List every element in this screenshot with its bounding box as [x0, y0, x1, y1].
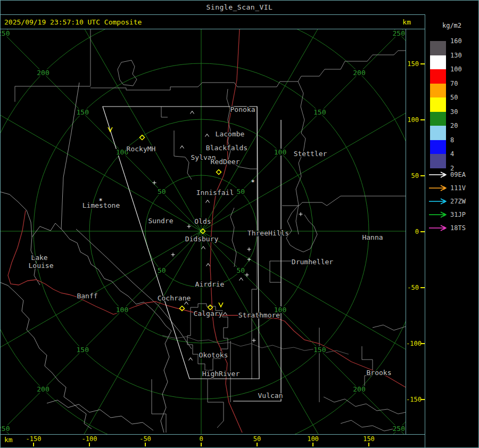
- scan-timestamp: 2025/09/19 23:57:10 UTC Composite: [4, 18, 142, 26]
- right-axis-label: 150: [406, 60, 419, 68]
- city-label-blackfalds: Blackfalds: [206, 144, 247, 152]
- right-axis: 150100500-50-100-150: [406, 29, 425, 434]
- city-label-louise: Louise: [29, 262, 54, 270]
- ring-label-50: 50: [158, 266, 166, 274]
- county-boundary: [208, 379, 224, 428]
- county-boundary: [252, 107, 257, 379]
- radial-120: [201, 231, 406, 378]
- frame-left-border: [0, 0, 1, 448]
- county-boundary: [15, 86, 90, 102]
- city-label-vulcan: Vulcan: [258, 392, 283, 400]
- check-marker: [219, 303, 223, 307]
- right-axis-label: 50: [406, 172, 419, 180]
- city-label-ponoka: Ponoka: [230, 105, 255, 113]
- city-label-sundre: Sundre: [148, 217, 174, 225]
- ring-label-200: 200: [353, 385, 365, 393]
- ring-label-100: 100: [116, 306, 128, 314]
- right-axis-tick: [420, 399, 425, 400]
- caret-marker: [185, 302, 188, 305]
- plus-marker: [153, 181, 156, 185]
- county-boundary: [286, 205, 317, 252]
- track-label: 111V: [450, 184, 466, 192]
- city-label-cochrane: Cochrane: [158, 294, 191, 302]
- window-title-bar: Single_Scan_VIL: [0, 0, 479, 14]
- axis-unit-bottom: km: [4, 436, 13, 444]
- city-label-lake: Lake: [31, 254, 47, 262]
- radar-map-svg[interactable]: 5050505010010010010015015015015020020020…: [0, 29, 406, 434]
- county-boundary: [373, 325, 406, 330]
- scale-swatch: [430, 69, 446, 84]
- caret-marker: [240, 278, 243, 281]
- ring-label-150: 150: [313, 346, 326, 354]
- radial-210: [55, 231, 201, 434]
- right-axis-tick: [420, 119, 425, 120]
- ring-label-50: 50: [236, 266, 245, 274]
- caret-marker: [202, 247, 205, 249]
- scale-value: 100: [450, 66, 462, 73]
- ring-label-200: 200: [37, 69, 49, 77]
- ring-label-100: 100: [274, 148, 286, 156]
- plus-marker: [252, 339, 256, 343]
- caret-marker: [207, 264, 210, 266]
- ring-label-200: 200: [37, 385, 49, 393]
- bottom-axis-label: 0: [199, 435, 203, 443]
- radial-330: [55, 29, 201, 231]
- city-label-banff: Banff: [77, 292, 97, 300]
- asterisk-marker: *: [98, 197, 102, 205]
- info-bar: 2025/09/19 23:57:10 UTC Composite km: [0, 15, 425, 29]
- county-boundary: [362, 346, 373, 389]
- caret-marker: [205, 134, 209, 137]
- asterisk-marker: *: [251, 178, 254, 186]
- county-boundary: [90, 83, 277, 90]
- bottom-axis: km -150-100-50050100150: [0, 435, 425, 448]
- right-axis-label: -100: [406, 340, 419, 347]
- county-boundary: [230, 208, 236, 267]
- county-boundary: [118, 60, 137, 86]
- right-axis-label: -50: [406, 284, 419, 291]
- ring-label-150: 150: [77, 346, 89, 354]
- right-axis-tick: [420, 231, 425, 232]
- plus-marker: [171, 253, 175, 257]
- ring-label-150: 150: [77, 108, 89, 116]
- city-label-hanna: Hanna: [362, 233, 383, 241]
- city-label-rockymh: RockyMH: [127, 145, 156, 153]
- scale-value: 4: [450, 150, 454, 158]
- scale-value: 30: [450, 108, 458, 116]
- city-label-lacombe: Lacombe: [216, 130, 245, 138]
- track-arrow-icon: [428, 211, 448, 218]
- bottom-axis-label: 100: [307, 435, 319, 443]
- city-label-okotoks: Okotoks: [199, 351, 228, 359]
- city-label-olds: Olds: [194, 217, 211, 225]
- scale-swatch: [430, 140, 446, 154]
- scale-swatch: [430, 41, 446, 55]
- ring-label-250: 250: [392, 29, 404, 37]
- bottom-axis-tick: [257, 443, 258, 446]
- bottom-axis-label: 50: [253, 435, 261, 443]
- track-label: 31JP: [450, 211, 466, 218]
- ring-label-250: 250: [392, 425, 404, 433]
- city-label-airdrie: Airdrie: [195, 280, 225, 288]
- county-boundary: [152, 379, 166, 433]
- frame-top-border: [0, 0, 479, 1]
- county-boundary: [341, 420, 394, 431]
- right-axis-label: -150: [406, 396, 419, 403]
- bottom-axis-tick: [33, 443, 34, 446]
- park-boundary: [47, 400, 153, 430]
- plus-marker: [299, 213, 303, 216]
- radar-map-area[interactable]: 5050505010010010010015015015015020020020…: [0, 29, 406, 434]
- ring-label-150: 150: [313, 108, 326, 116]
- track-arrow-icon: [428, 198, 448, 205]
- ring-label-250: 250: [0, 425, 10, 433]
- right-axis-label: 100: [406, 116, 419, 124]
- bottom-axis-label: 150: [363, 435, 375, 443]
- scale-swatch: [430, 154, 446, 168]
- caret-marker: [191, 111, 194, 114]
- ring-label-200: 200: [353, 69, 365, 77]
- scale-value: 160: [450, 37, 462, 45]
- park-boundary: [0, 282, 92, 429]
- plus-marker: [245, 273, 249, 277]
- city-label-threehills: ThreeHills: [247, 229, 289, 237]
- bottom-axis-tick: [145, 443, 146, 446]
- radial-240: [0, 231, 201, 378]
- city-label-brooks: Brooks: [367, 369, 392, 377]
